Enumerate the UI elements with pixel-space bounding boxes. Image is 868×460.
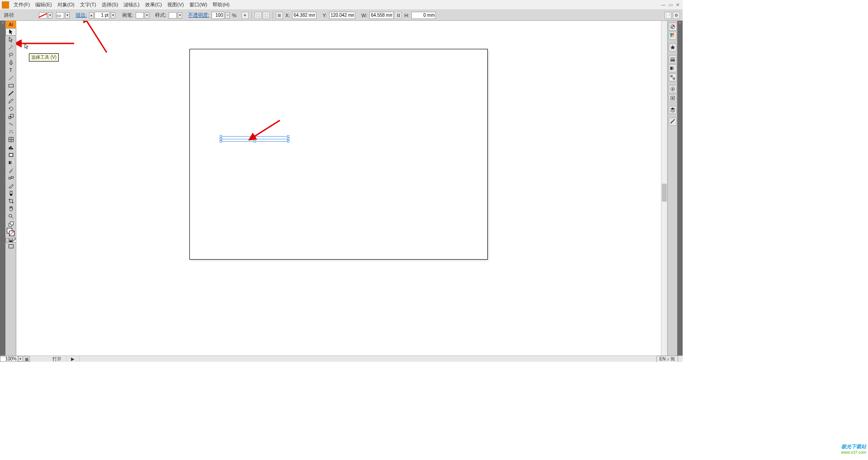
stroke-weight-dropdown[interactable]: ▾ — [111, 12, 115, 19]
menu-help[interactable]: 帮助(H) — [210, 0, 232, 9]
stroke-swatch[interactable]: ▭ — [56, 12, 64, 19]
resize-handle-br[interactable] — [287, 140, 289, 142]
layers-panel-icon[interactable] — [669, 106, 677, 114]
menu-effect[interactable]: 效果(C) — [142, 0, 165, 9]
language-badge[interactable]: EN ♪ 简 — [656, 356, 678, 362]
recolor-icon[interactable]: ✶ — [241, 12, 249, 19]
color-mode-row[interactable] — [5, 238, 16, 242]
symbols-panel-icon[interactable] — [669, 43, 677, 52]
hand-tool[interactable] — [5, 205, 16, 213]
opacity-link[interactable]: 不透明度: — [187, 12, 211, 19]
resize-handle-bl[interactable] — [220, 140, 222, 142]
right-dock-strip[interactable]: « — [677, 21, 683, 356]
rotate-tool[interactable] — [5, 105, 16, 113]
zoom-input[interactable] — [0, 356, 18, 362]
stroke-weight-stepper[interactable]: ▴ — [89, 12, 94, 19]
brush-dropdown[interactable]: ▾ — [145, 12, 149, 19]
link-wh-icon[interactable]: ⛓ — [395, 12, 402, 19]
expand-left-icon[interactable]: » — [0, 21, 5, 24]
opacity-dropdown[interactable]: > — [225, 12, 230, 19]
rectangle-tool[interactable] — [5, 82, 16, 90]
color-panel-icon[interactable] — [669, 23, 677, 31]
resize-handle-tm[interactable] — [254, 135, 256, 138]
gradient-panel-icon[interactable] — [669, 64, 677, 72]
prefs-icon[interactable]: ⚙ — [673, 12, 680, 19]
menu-select[interactable]: 选择(S) — [99, 0, 121, 9]
pen-tool[interactable] — [5, 59, 16, 66]
anchor-icon[interactable]: ⊞ — [276, 12, 283, 19]
crop-tool[interactable] — [5, 197, 16, 205]
menu-window[interactable]: 窗口(W) — [187, 0, 210, 9]
slice-tool[interactable] — [5, 182, 16, 190]
type-tool[interactable]: T — [5, 66, 16, 74]
selected-object[interactable] — [221, 136, 288, 142]
x-input[interactable] — [292, 12, 316, 19]
blend-tool[interactable] — [5, 174, 16, 182]
w-input[interactable] — [369, 12, 394, 19]
artboard-tool[interactable] — [5, 151, 16, 159]
fill-stroke-toggle-icon[interactable] — [5, 220, 16, 228]
brush-tool[interactable] — [5, 90, 16, 97]
fill-dropdown[interactable]: ▾ — [48, 12, 52, 19]
resize-handle-tl[interactable] — [220, 135, 222, 138]
close-button[interactable]: ✕ — [675, 2, 681, 8]
y-input[interactable] — [329, 12, 355, 19]
brushes-panel-icon[interactable] — [669, 118, 677, 126]
stroke-link[interactable]: 描边: — [74, 12, 88, 19]
menu-object[interactable]: 对象(O) — [55, 0, 77, 9]
screen-mode-tool[interactable] — [5, 242, 16, 250]
stroke-weight-input[interactable] — [94, 12, 110, 19]
isolate-icon[interactable]: ⬚ — [255, 12, 262, 19]
live-paint-tool[interactable] — [5, 190, 16, 197]
swatches-panel-icon[interactable] — [669, 32, 677, 40]
magic-wand-tool[interactable] — [5, 43, 16, 51]
graphic-styles-panel-icon[interactable] — [669, 94, 677, 102]
menu-file[interactable]: 文件(F) — [11, 0, 33, 9]
restore-button[interactable]: ▭ — [667, 2, 674, 8]
menu-text[interactable]: 文字(T) — [77, 0, 99, 9]
selection-tool[interactable] — [5, 28, 16, 36]
mesh-tool[interactable] — [5, 136, 16, 143]
menu-filter[interactable]: 滤镜(L) — [121, 0, 142, 9]
scale-tool[interactable] — [5, 113, 16, 120]
style-dropdown[interactable]: ▾ — [178, 12, 182, 19]
gradient-tool[interactable] — [5, 159, 16, 166]
stroke-color-swatch[interactable] — [9, 231, 14, 236]
status-play-icon[interactable]: ▶ — [66, 356, 80, 361]
graph-tool[interactable] — [5, 143, 16, 151]
doc-setup-icon[interactable]: 📄 — [665, 12, 672, 19]
canvas[interactable]: 选择工具 (V) — [16, 21, 661, 356]
menu-view[interactable]: 视图(V) — [165, 0, 187, 9]
left-dock-strip[interactable]: » — [0, 21, 5, 356]
scroll-thumb[interactable] — [662, 184, 667, 202]
lasso-tool[interactable] — [5, 51, 16, 59]
expand-right-icon[interactable]: « — [677, 21, 683, 24]
brush-swatch[interactable] — [136, 12, 144, 19]
open-mode-label[interactable]: 打开 — [48, 356, 66, 362]
transparency-panel-icon[interactable] — [669, 73, 677, 81]
stroke-dropdown[interactable]: ▾ — [65, 12, 70, 19]
symbol-sprayer-tool[interactable] — [5, 128, 16, 136]
artboard-nav-icon[interactable]: ▦ — [24, 356, 30, 362]
vertical-scrollbar[interactable] — [661, 21, 667, 356]
minimize-button[interactable]: — — [660, 2, 666, 8]
fill-stroke-swatches[interactable] — [5, 228, 16, 238]
zoom-dropdown[interactable]: ▾ — [18, 356, 23, 362]
direct-selection-tool[interactable] — [5, 36, 16, 43]
resize-handle-tr[interactable] — [287, 135, 289, 138]
opacity-input[interactable] — [212, 12, 224, 19]
menu-edit[interactable]: 编辑(E) — [33, 0, 55, 9]
warp-tool[interactable] — [5, 120, 16, 128]
zoom-tool[interactable] — [5, 213, 16, 220]
h-input[interactable] — [411, 12, 436, 19]
pencil-tool[interactable] — [5, 97, 16, 105]
svg-rect-25 — [9, 244, 13, 248]
appearance-panel-icon[interactable] — [669, 85, 677, 93]
style-swatch[interactable] — [169, 12, 177, 19]
fill-swatch[interactable] — [39, 12, 47, 19]
isolate-group-icon[interactable]: ⬚ — [263, 12, 270, 19]
stroke-panel-icon[interactable] — [669, 55, 677, 63]
line-tool[interactable] — [5, 74, 16, 82]
resize-handle-bm[interactable] — [254, 140, 256, 142]
eyedropper-tool[interactable] — [5, 166, 16, 174]
